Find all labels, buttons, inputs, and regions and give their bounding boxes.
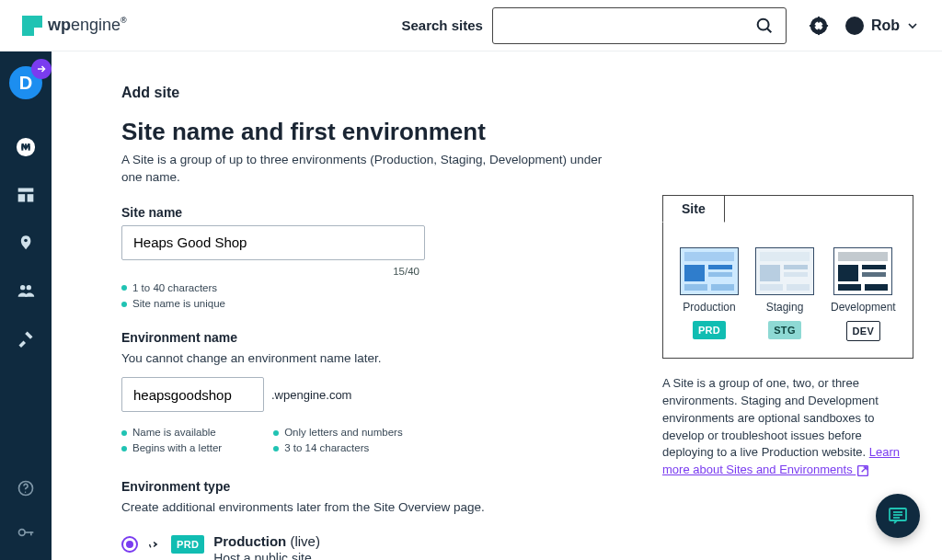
hint-item: Only letters and numbers [273,425,402,440]
env-type-option[interactable]: PRD Production (live) Host a public site… [121,533,618,560]
env-thumb: Production PRD [680,247,739,341]
env-thumb: Staging STG [755,247,814,341]
site-name-label: Site name [121,205,618,220]
env-name-label: Environment name [121,330,618,345]
deploy-arrow-icon [147,537,162,552]
env-thumb: Development DEV [831,247,896,341]
env-chip: PRD [171,535,204,554]
external-link-icon [856,463,870,478]
site-diagram: Site Production PRD Staging STG Developm… [662,195,913,359]
env-thumb-graphic [755,247,814,295]
svg-point-14 [27,285,31,290]
nav-help-icon[interactable] [17,479,35,497]
nav-dashboard-icon[interactable] [15,184,37,206]
nav-sites-icon[interactable] [15,136,37,158]
env-chip: DEV [846,321,881,341]
page-title: Site name and first environment [121,118,618,146]
nav-users-icon[interactable] [15,280,37,302]
env-type-desc: Host a public site. [213,551,320,560]
svg-point-13 [20,285,25,290]
svg-point-6 [815,22,821,29]
hint-item: 3 to 14 characters [273,440,402,456]
site-diagram-tab: Site [662,195,725,223]
svg-rect-10 [18,194,26,201]
hint-item: Site name is unique [121,296,618,312]
account-letter: D [19,73,32,94]
search-input[interactable] [504,17,754,33]
env-thumb-label: Development [831,301,896,314]
radio-button[interactable] [121,536,138,553]
svg-rect-11 [28,194,34,201]
env-name-input[interactable] [121,377,264,412]
search-icon[interactable] [754,16,775,36]
breadcrumb: Add site [121,85,618,101]
logo-mark-icon [22,16,42,36]
sidebar: D [0,51,52,560]
svg-rect-18 [24,531,33,533]
avatar-icon [845,17,864,35]
user-name: Rob [871,17,900,34]
env-type-label: Environment type [121,479,618,494]
right-desc-text: A Site is a group of one, two, or three … [662,376,879,459]
nav-key-icon[interactable] [17,523,35,542]
env-chip: PRD [693,321,726,339]
env-thumb-graphic [833,247,892,295]
env-type-title: Production (live) [213,533,320,549]
brand-engine: engine [71,16,121,34]
svg-point-12 [24,239,28,243]
chevron-down-icon [905,18,920,33]
account-switcher[interactable]: D [9,66,42,99]
env-name-hints-left: Name is availableBegins with a letter [121,425,222,457]
svg-rect-9 [18,189,34,192]
svg-rect-19 [30,531,32,535]
site-name-hints: 1 to 40 charactersSite name is unique [121,280,618,313]
env-thumb-graphic [680,247,739,295]
env-name-note: You cannot change an environment name la… [121,350,618,368]
hint-item: Begins with a letter [121,440,222,456]
brand-logo[interactable]: wpengine® [22,16,127,36]
svg-point-0 [758,18,769,29]
user-menu[interactable]: Rob [845,17,920,35]
expand-sidebar-icon[interactable] [31,59,52,79]
env-thumb-label: Staging [766,301,804,314]
site-name-counter: 15/40 [393,266,419,277]
chat-fab[interactable] [876,494,920,538]
nav-ecommerce-icon[interactable] [15,232,37,254]
hint-item: 1 to 40 characters [121,280,618,296]
hint-item: Name is available [121,425,222,440]
env-name-hints-right: Only letters and numbers3 to 14 characte… [273,425,402,457]
help-icon[interactable] [809,16,829,36]
brand-wp: wp [48,16,71,34]
svg-point-16 [25,491,27,493]
search-label: Search sites [402,17,483,33]
env-type-note: Create additional environments later fro… [121,499,618,517]
svg-point-17 [19,530,26,536]
right-description: A Site is a group of one, two, or three … [662,375,913,479]
env-thumb-label: Production [683,301,735,314]
site-name-input[interactable] [121,225,425,260]
page-subtitle: A Site is a group of up to three environ… [121,152,618,187]
env-name-suffix: .wpengine.com [271,388,351,402]
env-chip: STG [768,321,801,339]
nav-tools-icon[interactable] [15,327,37,349]
search-box[interactable] [492,7,787,44]
svg-line-1 [767,28,771,31]
